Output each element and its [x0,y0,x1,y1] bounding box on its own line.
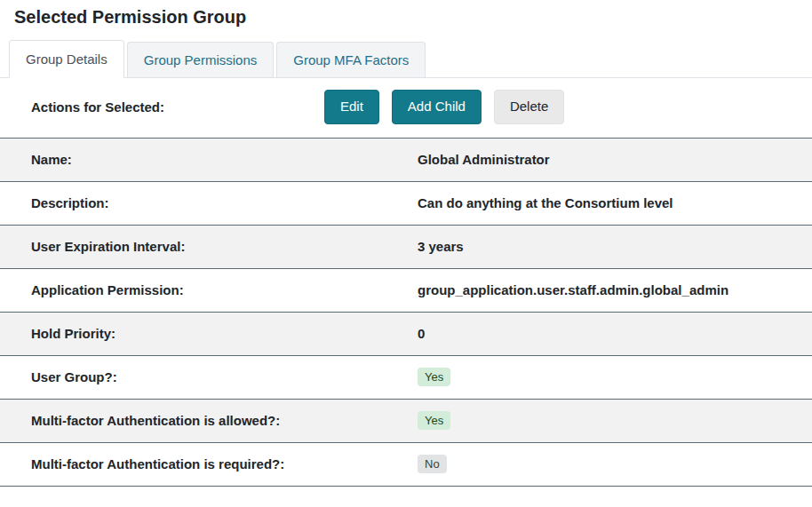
tab-group-mfa-factors[interactable]: Group MFA Factors [276,42,426,77]
detail-row-mfa-required: Multi-factor Authentication is required?… [0,442,812,486]
row-label: User Expiration Interval: [31,239,418,254]
permission-group-page: Selected Permission Group Group Details … [0,0,812,507]
delete-button[interactable]: Delete [494,90,564,124]
tab-bar: Group Details Group Permissions Group MF… [0,40,812,78]
status-badge: Yes [418,411,450,430]
detail-row-description: Description: Can do anything at the Cons… [0,181,812,225]
actions-row: Actions for Selected: Edit Add Child Del… [0,78,812,138]
row-value: Can do anything at the Consortium level [418,195,673,210]
detail-row-mfa-allowed: Multi-factor Authentication is allowed?:… [0,399,812,442]
row-label: Name: [31,152,418,167]
status-badge: Yes [418,368,450,386]
row-label: Multi-factor Authentication is allowed?: [31,413,418,428]
detail-rows: Name: Global Administrator Description: … [0,138,812,487]
group-details-panel: Actions for Selected: Edit Add Child Del… [0,78,812,487]
detail-row-user-expiration-interval: User Expiration Interval: 3 years [0,225,812,268]
tab-group-details[interactable]: Group Details [9,40,124,78]
row-label: Application Permission: [31,282,418,297]
tab-group-permissions[interactable]: Group Permissions [127,42,275,77]
row-value: 3 years [418,239,464,254]
row-label: Hold Priority: [31,326,418,341]
detail-row-hold-priority: Hold Priority: 0 [0,312,812,355]
detail-row-user-group: User Group?: Yes [0,355,812,399]
add-child-button[interactable]: Add Child [392,90,482,124]
row-label: User Group?: [31,369,418,384]
row-value: Global Administrator [418,152,550,167]
detail-row-application-permission: Application Permission: group_applicatio… [0,268,812,312]
row-label: Multi-factor Authentication is required?… [31,456,418,471]
row-label: Description: [31,195,418,210]
page-title: Selected Permission Group [0,0,812,40]
edit-button[interactable]: Edit [324,90,379,124]
actions-label: Actions for Selected: [31,99,324,115]
actions-buttons: Edit Add Child Delete [324,90,564,124]
row-value: group_application.user.staff.admin.globa… [418,282,728,297]
detail-row-name: Name: Global Administrator [0,138,812,181]
row-value: 0 [418,326,425,341]
status-badge: No [418,455,447,473]
